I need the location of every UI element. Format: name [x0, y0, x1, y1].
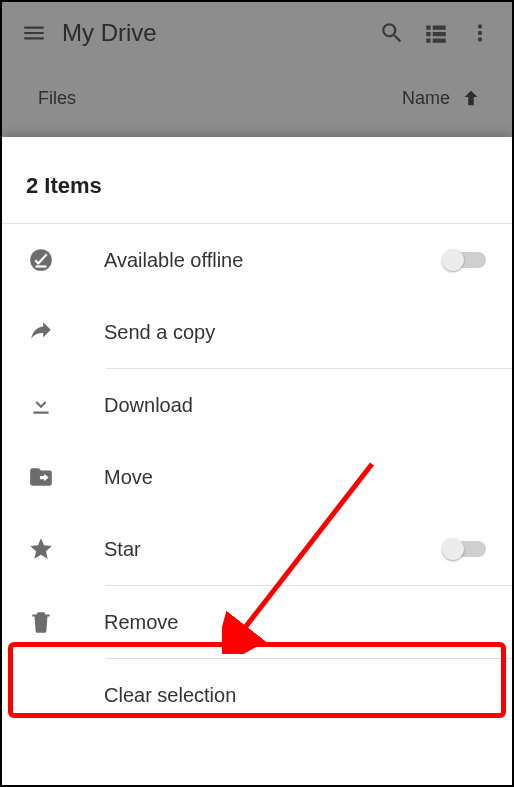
offline-toggle[interactable]	[444, 248, 490, 272]
folder-move-icon	[24, 464, 58, 490]
more-vert-icon[interactable]	[458, 11, 502, 55]
arrow-up-icon	[460, 87, 482, 109]
clear-selection-label: Clear selection	[104, 684, 236, 707]
star-label: Star	[104, 538, 141, 561]
send-copy-label: Send a copy	[104, 321, 215, 344]
files-label: Files	[38, 88, 76, 109]
star-row[interactable]: Star	[2, 513, 512, 585]
action-sheet: 2 Items Available offline Send a copy Do…	[2, 137, 512, 785]
move-row[interactable]: Move	[2, 441, 512, 513]
offline-pin-icon	[24, 247, 58, 273]
remove-row[interactable]: Remove	[2, 586, 512, 658]
sheet-title: 2 Items	[2, 147, 512, 223]
remove-label: Remove	[104, 611, 178, 634]
move-label: Move	[104, 466, 153, 489]
star-toggle[interactable]	[444, 537, 490, 561]
menu-icon[interactable]	[12, 11, 56, 55]
send-copy-row[interactable]: Send a copy	[2, 296, 512, 368]
list-subheader: Files Name	[2, 64, 512, 132]
download-icon	[24, 392, 58, 418]
page-title: My Drive	[62, 19, 370, 47]
available-offline-row[interactable]: Available offline	[2, 224, 512, 296]
svg-rect-1	[36, 265, 47, 267]
sort-label: Name	[402, 88, 450, 109]
download-row[interactable]: Download	[2, 369, 512, 441]
search-icon[interactable]	[370, 11, 414, 55]
app-bar: My Drive	[2, 2, 512, 64]
clear-selection-row[interactable]: Clear selection	[2, 659, 512, 731]
star-icon	[24, 536, 58, 562]
available-offline-label: Available offline	[104, 249, 243, 272]
download-label: Download	[104, 394, 193, 417]
share-arrow-icon	[24, 319, 58, 345]
trash-icon	[24, 609, 58, 635]
view-list-icon[interactable]	[414, 11, 458, 55]
sort-control[interactable]: Name	[402, 87, 482, 109]
